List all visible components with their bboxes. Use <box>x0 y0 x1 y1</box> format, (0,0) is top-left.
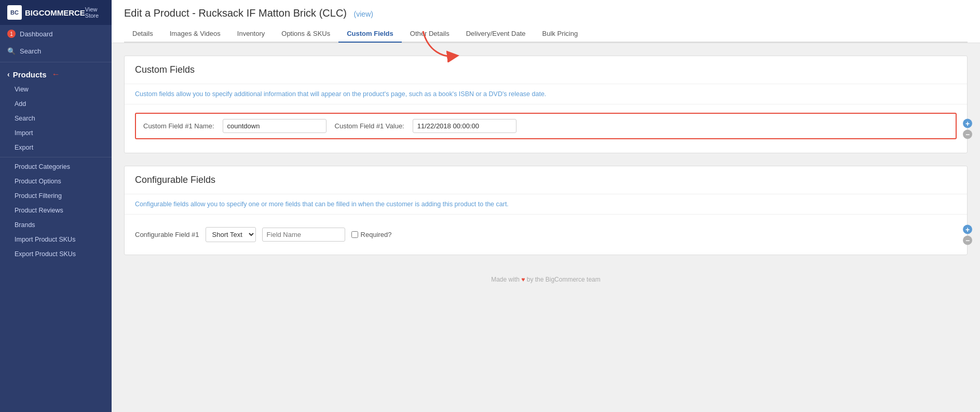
custom-field-actions: + − <box>963 118 972 139</box>
custom-field-value-input[interactable] <box>413 119 516 133</box>
custom-field-row-1: Custom Field #1 Name: Custom Field #1 Va… <box>135 113 957 139</box>
page-header: Edit a Product - Rucksack IF Matton Bric… <box>112 0 980 43</box>
sidebar-item-dashboard[interactable]: 1 Dashboard <box>0 25 112 43</box>
heart-icon: ♥ <box>521 276 525 283</box>
sidebar-item-export[interactable]: Export <box>0 140 112 155</box>
sidebar-item-export-skus[interactable]: Export Product SKUs <box>0 247 112 261</box>
notification-badge: 1 <box>7 30 16 38</box>
remove-config-field-button[interactable]: − <box>963 235 972 245</box>
products-sub-items: View Add Search Import Export <box>0 82 112 155</box>
tab-other-details[interactable]: Other Details <box>402 25 458 43</box>
tab-custom-fields[interactable]: Custom Fields <box>338 25 402 43</box>
sidebar-header: BC BIGCOMMERCE View Store <box>0 0 112 25</box>
sidebar-item-product-categories[interactable]: Product Categories <box>0 160 112 174</box>
tab-options-skus[interactable]: Options & SKUs <box>273 25 338 43</box>
required-label: Required? <box>361 231 392 238</box>
products-label: Products <box>13 70 47 79</box>
tab-delivery-event[interactable]: Delivery/Event Date <box>458 25 534 43</box>
custom-fields-section: Custom Fields Custom fields allow you to… <box>124 56 968 153</box>
tab-images-videos[interactable]: Images & Videos <box>161 25 229 43</box>
dashboard-label: Dashboard <box>20 30 53 38</box>
view-store-link[interactable]: View Store <box>85 6 104 19</box>
sidebar-item-import-skus[interactable]: Import Product SKUs <box>0 232 112 247</box>
custom-fields-info: Custom fields allow you to specify addit… <box>125 84 967 104</box>
page-title: Edit a Product - Rucksack IF Matton Bric… <box>124 7 968 19</box>
sidebar-item-view[interactable]: View <box>0 82 112 97</box>
configurable-fields-header: Configurable Fields <box>125 166 967 194</box>
tab-inventory[interactable]: Inventory <box>229 25 273 43</box>
custom-fields-body: Custom Field #1 Name: Custom Field #1 Va… <box>125 104 967 153</box>
required-checkbox-wrap: Required? <box>351 231 392 238</box>
configurable-fields-title: Configurable Fields <box>135 175 957 185</box>
collapse-icon: ‹ <box>7 70 10 78</box>
sidebar-item-import[interactable]: Import <box>0 126 112 140</box>
sidebar-item-product-reviews[interactable]: Product Reviews <box>0 203 112 218</box>
search-icon-top: 🔍 <box>7 47 16 55</box>
sidebar-item-product-filtering[interactable]: Product Filtering <box>0 189 112 203</box>
custom-fields-header: Custom Fields <box>125 56 967 84</box>
custom-field-name-input[interactable] <box>223 119 326 133</box>
required-checkbox[interactable] <box>351 231 358 238</box>
config-field-label: Configurable Field #1 <box>135 231 199 238</box>
sidebar-item-brands[interactable]: Brands <box>0 218 112 232</box>
configurable-fields-section: Configurable Fields Configurable fields … <box>124 166 968 255</box>
configurable-fields-body: Configurable Field #1 Short Text Long Te… <box>125 215 967 255</box>
config-field-type-select[interactable]: Short Text Long Text Date Checkbox File <box>206 227 256 242</box>
search-top-label: Search <box>20 47 41 55</box>
sidebar: BC BIGCOMMERCE View Store 1 Dashboard 🔍 … <box>0 0 112 412</box>
custom-fields-title: Custom Fields <box>135 64 957 75</box>
sidebar-item-search-top[interactable]: 🔍 Search <box>0 43 112 60</box>
content-area: Custom Fields Custom fields allow you to… <box>112 43 980 412</box>
main-content: Edit a Product - Rucksack IF Matton Bric… <box>112 0 980 412</box>
tabs: Details Images & Videos Inventory Option… <box>124 25 968 43</box>
field-value-label: Custom Field #1 Value: <box>335 122 404 130</box>
config-field-name-input[interactable] <box>262 228 345 242</box>
sidebar-item-add[interactable]: Add <box>0 97 112 111</box>
sidebar-item-search[interactable]: Search <box>0 111 112 126</box>
view-link[interactable]: (view) <box>354 10 373 18</box>
red-arrow-indicator: ← <box>52 70 60 79</box>
tab-details[interactable]: Details <box>124 25 161 43</box>
page-footer: Made with ♥ by the BigCommerce team <box>124 268 968 291</box>
sidebar-logo: BC BIGCOMMERCE <box>7 5 85 20</box>
footer-text-1: Made with <box>491 276 520 283</box>
configurable-fields-info: Configurable fields allow you to specify… <box>125 194 967 215</box>
logo-icon: BC <box>7 5 22 20</box>
remove-custom-field-button[interactable]: − <box>963 129 972 139</box>
config-field-actions: + − <box>963 224 972 245</box>
tab-bulk-pricing[interactable]: Bulk Pricing <box>534 25 587 43</box>
field-name-label: Custom Field #1 Name: <box>143 122 214 130</box>
logo-text: BIGCOMMERCE <box>25 8 85 17</box>
footer-text-2: by the BigCommerce team <box>527 276 601 283</box>
config-field-row-1: Configurable Field #1 Short Text Long Te… <box>135 223 957 246</box>
page-title-text: Edit a Product - Rucksack IF Matton Bric… <box>124 7 347 19</box>
sidebar-item-product-options[interactable]: Product Options <box>0 174 112 189</box>
sidebar-products-header[interactable]: ‹ Products ← <box>0 64 112 82</box>
add-custom-field-button[interactable]: + <box>963 118 972 128</box>
add-config-field-button[interactable]: + <box>963 224 972 234</box>
